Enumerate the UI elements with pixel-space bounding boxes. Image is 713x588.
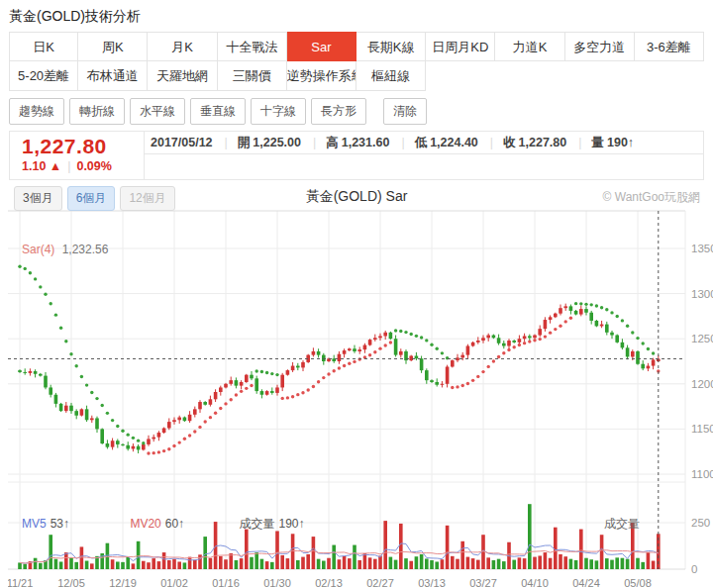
mv5-value: 53↑ [51,517,69,531]
svg-text:1200: 1200 [691,378,713,390]
indicator-tabs: 日K 周K 月K 十全戰法 Sar 長期K線 日周月KD 力道K 多空力道 3-… [9,32,704,91]
change-percent: 0.09% [76,159,111,173]
period-selector: 3個月 6個月 12個月 [14,186,180,211]
svg-text:04/24: 04/24 [572,577,600,588]
chart-area: 3個月 6個月 12個月 黃金(GOLD) Sar © WantGoo玩股網 S… [0,183,713,588]
tab-sar[interactable]: Sar [287,32,356,61]
volume-label: 成交量 [239,517,274,531]
price-change: 1.10 ▲|0.09% [22,159,144,173]
tab-520-diff[interactable]: 5-20差離 [9,61,78,91]
tab-longterm-k[interactable]: 長期K線 [356,32,426,61]
svg-text:01/02: 01/02 [160,577,188,588]
mv20-value: 60↑ [165,517,184,531]
chart-header: 3個月 6個月 12個月 黃金(GOLD) Sar © WantGoo玩股網 [0,183,713,209]
drawing-toolbar: 趨勢線 轉折線 水平線 垂直線 十字線 長方形 清除 [9,98,704,125]
quote-price-box: 1,227.80 1.10 ▲|0.09% [10,132,145,179]
horizontal-line-button[interactable]: 水平線 [130,98,185,125]
svg-text:12/19: 12/19 [109,577,137,588]
low-value: 低1,224.40 [415,135,478,151]
period-12m-button[interactable]: 12個月 [120,186,174,211]
tab-bollinger[interactable]: 布林通道 [78,61,148,91]
cross-line-button[interactable]: 十字線 [251,98,306,125]
clear-button[interactable]: 清除 [383,98,427,125]
open-value: 開1,225.00 [238,135,301,151]
tab-duokong[interactable]: 多空力道 [565,32,635,61]
tab-36-diff[interactable]: 3-6差離 [635,32,704,61]
volume-axis-title: 成交量 [604,516,640,533]
tab-contrarian[interactable]: 逆勢操作系統 [287,61,356,91]
tab-weekly-k[interactable]: 周K [78,32,148,61]
svg-text:250: 250 [691,517,710,529]
tab-daily-k[interactable]: 日K [9,32,78,61]
svg-text:03/13: 03/13 [418,577,446,588]
rectangle-button[interactable]: 長方形 [311,98,366,125]
volume-value: 量190↑ [592,135,635,151]
svg-text:1150: 1150 [691,423,713,435]
svg-text:12/05: 12/05 [57,577,85,588]
tab-tianluo[interactable]: 天羅地網 [148,61,217,91]
svg-text:11/21: 11/21 [8,577,33,588]
tab-row-2: 5-20差離 布林通道 天羅地網 三關價 逆勢操作系統 樞紐線 [9,61,704,91]
sar-indicator-value: 1,232.56 [62,243,109,256]
trend-line-button[interactable]: 趨勢線 [9,98,64,125]
mv5-label: MV5 [22,517,47,531]
ohlc-info-row: 2017/05/12 | 開1,225.00 | 高1,231.60 | 低1,… [145,132,703,154]
svg-text:03/27: 03/27 [469,577,497,588]
svg-text:04/10: 04/10 [521,577,549,588]
svg-text:02/13: 02/13 [315,577,343,588]
last-price: 1,227.80 [22,135,144,158]
tab-dwm-kd[interactable]: 日周月KD [426,32,495,61]
tab-monthly-k[interactable]: 月K [148,32,217,61]
sar-legend: Sar(4) 1,232.56 [22,243,108,256]
zigzag-line-button[interactable]: 轉折線 [69,98,125,125]
page-title: 黃金(GOLD)技術分析 [0,0,713,32]
volume-amount: 190↑ [278,517,304,531]
svg-text:0: 0 [691,563,697,575]
volume-legend: MV553↑ MV2060↑ 成交量190↑ [22,516,308,533]
vertical-line-button[interactable]: 垂直線 [190,98,246,125]
svg-text:05/08: 05/08 [624,577,652,588]
svg-text:1250: 1250 [691,333,713,344]
svg-text:1300: 1300 [691,288,713,300]
tab-lidao-k[interactable]: 力道K [495,32,564,61]
close-value: 收1,227.80 [503,135,566,151]
quote-detail-box: 2017/05/12 | 開1,225.00 | 高1,231.60 | 低1,… [145,132,703,179]
watermark: © WantGoo玩股網 [603,189,700,206]
tab-shiquan[interactable]: 十全戰法 [218,32,287,61]
quote-date: 2017/05/12 [151,136,213,149]
svg-text:1100: 1100 [691,468,713,480]
mv20-label: MV20 [130,517,160,531]
sar-indicator-name: Sar(4) [22,243,54,256]
svg-text:1350: 1350 [691,243,713,254]
tab-row-1: 日K 周K 月K 十全戰法 Sar 長期K線 日周月KD 力道K 多空力道 3-… [9,32,704,61]
high-value: 高1,231.60 [326,135,389,151]
tab-sanguan[interactable]: 三關價 [218,61,287,91]
svg-text:01/16: 01/16 [212,577,240,588]
period-6m-button[interactable]: 6個月 [67,186,116,211]
svg-text:02/27: 02/27 [366,577,394,588]
period-3m-button[interactable]: 3個月 [14,186,62,211]
change-value: 1.10 ▲ [22,159,61,173]
tab-pivot[interactable]: 樞紐線 [356,61,426,91]
svg-text:01/30: 01/30 [263,577,291,588]
quote-panel: 1,227.80 1.10 ▲|0.09% 2017/05/12 | 開1,22… [9,131,704,180]
